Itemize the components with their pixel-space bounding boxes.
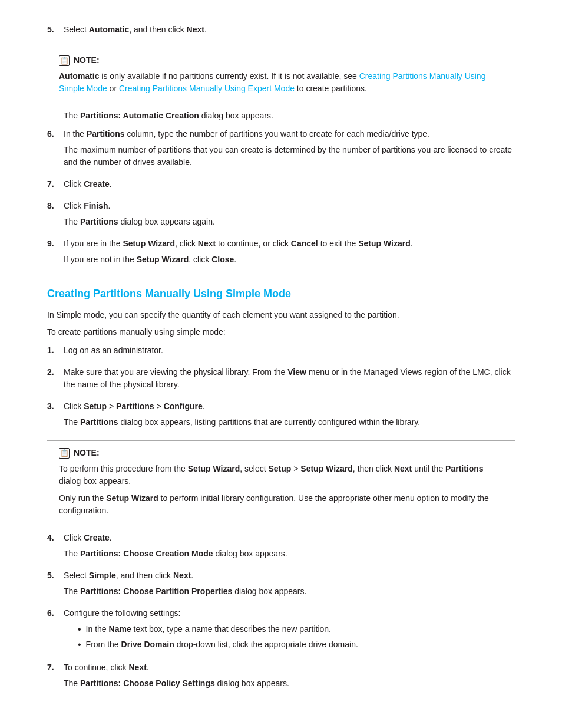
- step-6-content: In the Partitions column, type the numbe…: [64, 128, 515, 172]
- s-step-2-text: Make sure that you are viewing the physi…: [64, 366, 515, 391]
- s-step-7-sub: The Partitions: Choose Policy Settings d…: [64, 677, 515, 690]
- s-step-7-num: 7.: [47, 661, 64, 674]
- step-9-content: If you are in the Setup Wizard, click Ne…: [64, 238, 515, 269]
- s-step-2-content: Make sure that you are viewing the physi…: [64, 366, 515, 394]
- s-step-6-block: 6. Configure the following settings: In …: [47, 607, 515, 655]
- step-6-block: 6. In the Partitions column, type the nu…: [47, 128, 515, 172]
- note-2-bold4: Next: [394, 464, 412, 473]
- link-expert-mode[interactable]: Creating Partitions Manually Using Exper…: [119, 84, 295, 93]
- auto-dialog-text: The Partitions: Automatic Creation dialo…: [64, 110, 515, 122]
- s-step-1-block: 1. Log on as an administrator.: [47, 344, 515, 360]
- step-9-bold4: Setup Wizard: [358, 239, 411, 248]
- s-step-4-sub: The Partitions: Choose Creation Mode dia…: [64, 548, 515, 560]
- auto-dialog-bold: Partitions: Automatic Creation: [80, 111, 199, 120]
- s-step-3-bold2: Partitions: [116, 401, 154, 411]
- s-step-4-text: Click Create.: [64, 532, 515, 544]
- s-step-3-sub: The Partitions dialog box appears, listi…: [64, 416, 515, 429]
- note-box-2: NOTE: To perform this procedure from the…: [47, 440, 515, 523]
- s-step-2-bold: View: [287, 367, 306, 377]
- s-step-1-content: Log on as an administrator.: [64, 344, 515, 360]
- step-8-block: 8. Click Finish. The Partitions dialog b…: [47, 200, 515, 232]
- step-9-bold2: Next: [198, 239, 216, 248]
- note-2-header: NOTE:: [59, 447, 503, 459]
- note-1-label: NOTE:: [74, 54, 100, 67]
- step-8-content: Click Finish. The Partitions dialog box …: [64, 200, 515, 232]
- step-9-text: If you are in the Setup Wizard, click Ne…: [64, 238, 515, 250]
- note-2-para2: Only run the Setup Wizard to perform ini…: [59, 492, 503, 517]
- s-step-3-bold3: Configure: [164, 401, 203, 411]
- s-step-4-content: Click Create. The Partitions: Choose Cre…: [64, 532, 515, 564]
- s-step-2-num: 2.: [47, 366, 64, 378]
- s-step-4-num: 4.: [47, 532, 64, 544]
- note-box-1: NOTE: Automatic is only available if no …: [47, 48, 515, 101]
- s-step-5-sub: The Partitions: Choose Partition Propert…: [64, 585, 515, 598]
- section-intro-1: In Simple mode, you can specify the quan…: [47, 309, 515, 321]
- bullet-item-2: From the Drive Domain drop-down list, cl…: [78, 638, 515, 651]
- step-5-content: Select Automatic, and then click Next.: [64, 24, 515, 39]
- s-step-4-sub-bold: Partitions: Choose Creation Mode: [80, 549, 213, 558]
- s-step-7-bold: Next: [129, 663, 147, 672]
- note-2-bold6: Setup Wizard: [106, 493, 158, 503]
- s-step-3-num: 3.: [47, 400, 64, 413]
- s-step-5-bold2: Next: [173, 571, 191, 580]
- note-icon-2: [59, 448, 70, 459]
- bullet-1-text: In the Name text box, type a name that d…: [86, 623, 331, 635]
- s-step-2-block: 2. Make sure that you are viewing the ph…: [47, 366, 515, 394]
- note-2-bold2: Setup: [268, 464, 291, 473]
- s-step-7-text: To continue, click Next.: [64, 661, 515, 674]
- step-9-bold3: Cancel: [291, 239, 318, 248]
- step-6-num: 6.: [47, 128, 64, 140]
- s-step-5-bold1: Simple: [89, 571, 116, 580]
- step-7-block: 7. Click Create.: [47, 178, 515, 194]
- s-step-5-num: 5.: [47, 569, 64, 582]
- step-9-block: 9. If you are in the Setup Wizard, click…: [47, 238, 515, 269]
- step-7-bold: Create: [84, 179, 110, 189]
- section-intro-2: To create partitions manually using simp…: [47, 326, 515, 338]
- step-9-line2: If you are not in the Setup Wizard, clic…: [64, 253, 515, 266]
- step-5-text: Select Automatic, and then click Next.: [64, 24, 515, 36]
- note-2-label: NOTE:: [74, 447, 100, 459]
- step-5-num: 5.: [47, 24, 64, 36]
- bullet-2-bold: Drive Domain: [121, 640, 174, 649]
- note-1-bold1: Automatic: [59, 71, 99, 81]
- step-8-num: 8.: [47, 200, 64, 212]
- bullet-item-1: In the Name text box, type a name that d…: [78, 623, 515, 636]
- step-9-bold6: Close: [211, 255, 234, 264]
- note-1-header: NOTE:: [59, 54, 503, 67]
- step-8-sub-bold: Partitions: [80, 217, 118, 226]
- s-step-3-bold1: Setup: [84, 401, 107, 411]
- note-2-bold1: Setup Wizard: [188, 464, 240, 473]
- s-step-6-num: 6.: [47, 607, 64, 620]
- s-step-1-num: 1.: [47, 344, 64, 357]
- step-6-text: In the Partitions column, type the numbe…: [64, 128, 515, 140]
- s-step-3-sub-bold: Partitions: [80, 417, 118, 427]
- step-7-num: 7.: [47, 178, 64, 190]
- s-step-6-content: Configure the following settings: In the…: [64, 607, 515, 655]
- note-1-para1: Automatic is only available if no partit…: [59, 70, 503, 95]
- auto-dialog-para: The Partitions: Automatic Creation dialo…: [64, 110, 515, 122]
- note-2-bold5: Partitions: [445, 464, 484, 473]
- step-6-sub: The maximum number of partitions that yo…: [64, 144, 515, 169]
- step-6-bold: Partitions: [87, 129, 125, 139]
- step-7-text: Click Create.: [64, 178, 515, 190]
- note-2-body: To perform this procedure from the Setup…: [59, 463, 503, 517]
- step-5-bold2: Next: [187, 25, 204, 34]
- step-8-text: Click Finish.: [64, 200, 515, 212]
- note-2-bold3: Setup Wizard: [300, 464, 353, 473]
- step-7-content: Click Create.: [64, 178, 515, 194]
- s-step-1-text: Log on as an administrator.: [64, 344, 515, 357]
- s-step-7-sub-bold: Partitions: Choose Policy Settings: [80, 678, 215, 688]
- step-8-bold: Finish: [84, 201, 108, 210]
- note-2-para1: To perform this procedure from the Setup…: [59, 463, 503, 487]
- step-9-num: 9.: [47, 238, 64, 250]
- step-8-sub: The Partitions dialog box appears again.: [64, 216, 515, 228]
- s-step-6-bullets: In the Name text box, type a name that d…: [78, 623, 515, 652]
- note-1-body: Automatic is only available if no partit…: [59, 70, 503, 95]
- bullet-2-text: From the Drive Domain drop-down list, cl…: [86, 638, 358, 651]
- s-step-3-text: Click Setup > Partitions > Configure.: [64, 400, 515, 413]
- s-step-3-content: Click Setup > Partitions > Configure. Th…: [64, 400, 515, 432]
- s-step-4-bold: Create: [84, 533, 110, 542]
- s-step-5-text: Select Simple, and then click Next.: [64, 569, 515, 582]
- s-step-5-block: 5. Select Simple, and then click Next. T…: [47, 569, 515, 601]
- s-step-6-text: Configure the following settings:: [64, 607, 515, 620]
